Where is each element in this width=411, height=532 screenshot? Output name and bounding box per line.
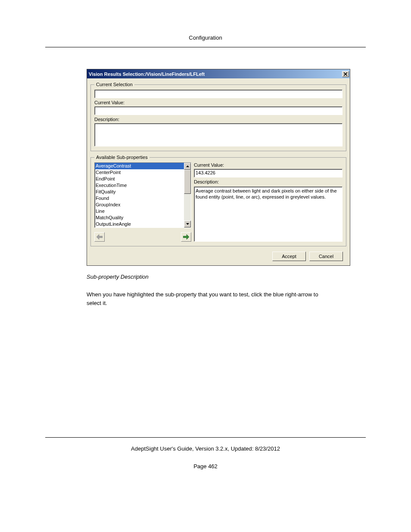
list-item[interactable]: EndPoint [95,176,184,182]
sub-properties-group: Available Sub-properties AverageContrast… [90,155,346,246]
page-header-title: Configuration [45,34,366,41]
current-selection-legend: Current Selection [94,82,134,87]
arrow-right-icon [183,234,189,240]
sub-properties-legend: Available Sub-properties [94,155,149,160]
arrow-left-icon [97,234,103,240]
figure-caption: Sub-property Description [87,274,366,280]
list-item[interactable]: GroupIndex [95,202,184,208]
titlebar: Vision Results Selection:/Vision/LineFin… [87,69,350,78]
sub-description-field: Average contrast between light and dark … [194,187,342,242]
scroll-up-button[interactable] [184,163,191,170]
accept-button[interactable]: Accept [272,252,306,261]
list-item[interactable]: OutputLineAngle [95,221,184,227]
sub-properties-row: AverageContrast CenterPoint EndPoint Exe… [94,162,342,242]
content-area: Vision Results Selection:/Vision/LineFin… [45,69,366,437]
scroll-thumb[interactable] [184,170,191,194]
scrollbar[interactable] [184,163,191,227]
list-item[interactable]: FitQuality [95,189,184,195]
close-icon [344,72,347,76]
header-rule [45,47,366,47]
arrow-row [94,232,191,242]
list-item[interactable]: MatchQuality [95,215,184,221]
current-value-label: Current Value: [94,100,342,105]
chevron-up-icon [186,165,189,167]
close-button[interactable] [342,71,349,77]
page-number: Page 462 [45,463,366,470]
scroll-down-button[interactable] [184,221,191,227]
arrow-right-button[interactable] [181,232,191,242]
dialog-body: Current Selection Current Value: Descrip… [87,78,350,265]
footer: AdeptSight User's Guide, Version 3.2.x, … [45,437,366,470]
sub-description-label: Description: [194,179,342,184]
list-item[interactable]: CenterPoint [95,169,184,176]
list-item[interactable]: Line [95,208,184,215]
cancel-button[interactable]: Cancel [309,252,343,261]
dialog-window: Vision Results Selection:/Vision/LineFin… [87,69,350,266]
sub-properties-left: AverageContrast CenterPoint EndPoint Exe… [94,162,191,242]
description-field [94,123,342,146]
current-selection-field [94,90,342,98]
sub-properties-right: Current Value: 143.4226 Description: Ave… [194,162,342,242]
arrow-left-button[interactable] [94,232,105,242]
list-item[interactable]: AverageContrast [95,163,184,169]
list-item[interactable]: Found [95,195,184,202]
sub-current-value-label: Current Value: [194,162,342,168]
footer-line: AdeptSight User's Guide, Version 3.2.x, … [45,445,366,452]
scroll-track[interactable] [184,194,191,221]
chevron-down-icon [186,223,189,225]
sub-current-value-field: 143.4226 [194,169,342,177]
window-title: Vision Results Selection:/Vision/LineFin… [89,72,342,77]
page: Configuration Vision Results Selection:/… [0,0,411,495]
description-label: Description: [94,117,342,122]
current-value-field [94,106,342,115]
current-selection-group: Current Selection Current Value: Descrip… [90,82,346,151]
dialog-button-row: Accept Cancel [90,250,346,261]
body-paragraph: When you have highlighted the sub-proper… [87,290,328,308]
list-item[interactable]: ExecutionTime [95,182,184,189]
sub-properties-listbox[interactable]: AverageContrast CenterPoint EndPoint Exe… [94,162,191,228]
list-inner: AverageContrast CenterPoint EndPoint Exe… [95,163,184,227]
